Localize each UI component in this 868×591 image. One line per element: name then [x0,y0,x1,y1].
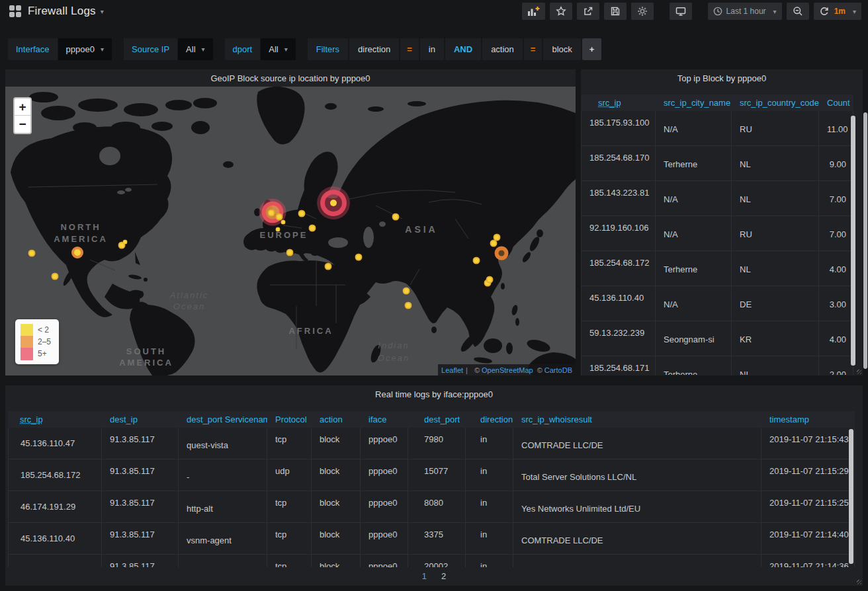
zoom-out-button[interactable] [787,3,809,20]
map-marker-y-md[interactable] [71,247,83,258]
add-panel-button[interactable] [522,3,545,20]
map-marker-y-xs[interactable] [276,227,281,232]
logs-col-iface[interactable]: iface [361,411,408,428]
logs-pagination: 12 [5,571,863,581]
logs-cell-dest_ip: 91.3.85.117 [102,491,179,523]
logs-header-row: src_ipdest_ipdest_port ServicenameProtoc… [8,411,855,428]
cycle-view-button[interactable] [670,3,692,20]
map-marker-big-b[interactable] [320,190,347,216]
map-zoom-in-button[interactable]: + [15,98,30,116]
logs-cell-iface: pppoe0 [361,459,408,491]
topip-col-count[interactable]: Count [819,95,853,111]
logs-col-timestamp[interactable]: timestamp [761,411,855,428]
leaflet-link[interactable]: Leaflet [441,366,463,374]
logs-cell-timestamp: 2019-11-07 21:15:43 [761,428,855,459]
adhoc-segment-and[interactable]: AND [445,38,481,60]
page-button-2[interactable]: 2 [441,571,446,581]
grafana-logo-icon[interactable] [9,5,22,18]
map-marker-y-sm[interactable] [392,214,400,221]
topip-col-src_ip[interactable]: src_ip [581,95,656,111]
topip-scrollbar[interactable] [851,116,855,366]
page-button-1[interactable]: 1 [422,571,427,581]
map-marker-y-sm[interactable] [473,257,480,264]
cartodb-link[interactable]: CartoDB [544,366,572,374]
adhoc-segment-action[interactable]: action [482,38,523,60]
share-button[interactable] [577,3,599,20]
map-marker-y-sm[interactable] [355,254,363,261]
map-marker-y-sm[interactable] [286,249,294,256]
map-marker-y-sm[interactable] [52,273,59,280]
legend-label: 5+ [38,349,47,358]
map-marker-y-xs[interactable] [281,220,286,225]
logs-col-dest_port-servicename[interactable]: dest_port Servicename [179,411,267,428]
map-marker-y-sm[interactable] [486,276,494,284]
topip-table-row: 185.143.223.81N/ANL7.00 [581,181,853,216]
topip-cell-count: 3.00 [819,286,853,321]
logs-col-protocol[interactable]: Protocol [267,411,312,428]
variable-label: Source IP [124,38,177,60]
topip-cell-src_ip_city_name: N/A [656,111,732,146]
page-scrollbar[interactable] [863,112,867,369]
template-variables: Interfacepppoe0▾Source IPAll▾dportAll▾ [8,38,308,60]
adhoc-segment-block[interactable]: block [543,38,580,60]
chevron-down-icon: ▾ [101,46,104,53]
map-marker-y-sm[interactable] [490,240,498,247]
topip-table-row: 45.136.110.40N/ADE3.00 [581,286,853,321]
logs-cell-dest_port: 8080 [408,491,466,523]
topip-cell-src_ip_country_code: NL [732,356,819,375]
settings-button[interactable] [631,3,654,20]
map-marker-y-sm[interactable] [268,210,275,217]
time-range-label: Last 1 hour [726,7,766,16]
map-marker-y-sm[interactable] [309,225,316,232]
variable-value-dropdown[interactable]: All▾ [178,38,212,60]
filter-bar: Interfacepppoe0▾Source IPAll▾dportAll▾ F… [8,38,603,60]
adhoc-segment-[interactable]: = [400,38,419,60]
topip-cell-src_ip_country_code: NL [732,146,819,181]
logs-col-src_ip_whoisresult[interactable]: src_ip_whoisresult [513,411,761,428]
openstreetmap-link[interactable]: OpenStreetMap [482,366,533,374]
map-marker-y-sm[interactable] [325,263,332,270]
variable-value-dropdown[interactable]: All▾ [261,38,295,60]
world-map[interactable]: NORTHAMERICAEUROPEASIAAFRICASOUTHAMERICA… [5,87,576,375]
topip-col-src_ip_city_name[interactable]: src_ip_city_name [656,95,732,111]
adhoc-segment-[interactable]: = [524,38,542,60]
variable-label: dport [225,38,261,60]
dashboard-title[interactable]: Firewall Logs [28,5,96,18]
chevron-down-icon[interactable]: ▾ [101,8,104,15]
logs-cell-src_ip_whoisresult: COMTRADE LLC/DE [513,523,761,555]
logs-col-dest_ip[interactable]: dest_ip [102,411,179,428]
logs-cell-iface: pppoe0 [361,555,408,567]
legend-swatch [21,336,33,348]
logs-col-direction[interactable]: direction [466,411,513,428]
logs-col-dest_port[interactable]: dest_port [408,411,466,428]
logs-col-src_ip[interactable]: src_ip [8,411,102,428]
topip-col-src_ip_country_code[interactable]: src_ip_country_code [732,95,819,111]
topip-table-row: 59.13.232.239Seongnam-siKR4.00 [581,321,853,356]
map-zoom-out-button[interactable]: − [15,116,30,133]
map-marker-ring-orange[interactable] [495,247,509,260]
adhoc-segment-in[interactable]: in [420,38,444,60]
map-marker-y-sm[interactable] [405,302,412,309]
map-marker-y-sm[interactable] [403,288,410,295]
add-filter-button[interactable]: + [582,38,602,60]
copyright-symbol: © [537,366,542,374]
refresh-picker[interactable]: 1m ▾ [814,3,861,20]
variable-value-dropdown[interactable]: pppoe0▾ [58,38,112,60]
adhoc-segment-direction[interactable]: direction [349,38,399,60]
logs-cell-direction: in [466,459,513,491]
topip-cell-src_ip_country_code: RU [732,111,819,146]
map-marker-y-sm[interactable] [298,210,306,217]
map-marker-y-xs[interactable] [123,240,128,245]
logs-scrollbar[interactable] [849,429,853,564]
time-range-picker[interactable]: Last 1 hour ▾ [708,3,782,20]
logs-cell-action: block [312,459,361,491]
save-button[interactable] [604,3,627,20]
panel-title[interactable]: GeoIP Block source ip location by pppoe0 [5,69,576,87]
legend-swatch [21,348,33,360]
map-marker-y-sm[interactable] [28,250,36,257]
logs-col-action[interactable]: action [312,411,361,428]
logs-cell-src_ip_whoisresult: Yes Networks Unlimited Ltd/EU [513,491,761,523]
panel-title[interactable]: Real time logs by iface:pppoe0 [5,385,863,403]
star-button[interactable] [550,3,572,20]
panel-title[interactable]: Top ip Block by pppoe0 [581,69,863,87]
